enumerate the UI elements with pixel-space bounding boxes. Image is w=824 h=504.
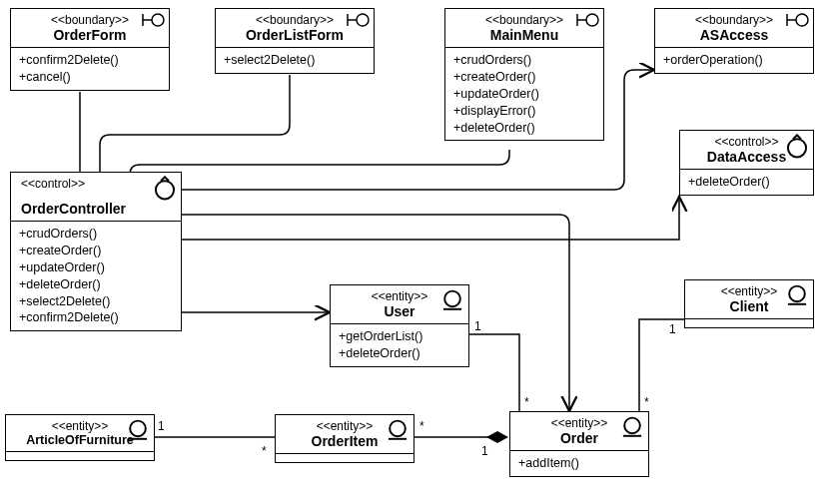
class-orderform: <<boundary>> OrderForm +confirm2Delete()… (10, 8, 170, 91)
svg-point-18 (130, 421, 146, 437)
boundary-icon (784, 12, 810, 28)
multiplicity: * (644, 395, 649, 409)
operation: +deleteOrder() (453, 120, 595, 137)
operation: +cancel() (19, 69, 161, 86)
svg-point-12 (788, 139, 806, 157)
svg-point-5 (357, 14, 369, 26)
svg-point-22 (624, 418, 640, 434)
class-user: <<entity>> User +getOrderList() +deleteO… (330, 284, 469, 367)
operation: +updateOrder() (453, 86, 595, 103)
class-order: <<entity>> Order +addItem() (509, 411, 649, 477)
multiplicity: 1 (481, 444, 488, 458)
operation: +confirm2Delete() (19, 309, 173, 326)
entity-icon (619, 415, 645, 431)
svg-point-13 (156, 181, 174, 199)
operation: +addItem() (518, 455, 640, 472)
boundary-icon (574, 12, 600, 28)
class-orderitem: <<entity>> OrderItem (275, 414, 414, 463)
boundary-icon (140, 12, 166, 28)
class-name: OrderController (21, 201, 173, 217)
operation: +select2Delete() (224, 52, 366, 69)
multiplicity: * (419, 419, 424, 433)
operation: +createOrder() (453, 69, 595, 86)
class-articleoffurniture: <<entity>> ArticleOfFurniture (5, 414, 155, 461)
stereotype: <<control>> (21, 177, 173, 191)
class-name: OrderListForm (224, 27, 366, 43)
operation: +crudOrders() (453, 52, 595, 69)
class-mainmenu: <<boundary>> MainMenu +crudOrders() +cre… (444, 8, 604, 141)
multiplicity: * (262, 444, 267, 458)
control-icon (152, 176, 178, 192)
entity-icon (385, 418, 411, 434)
multiplicity: 1 (669, 322, 676, 336)
svg-point-8 (586, 14, 598, 26)
operation: +deleteOrder() (19, 276, 173, 293)
uml-class-diagram: <<boundary>> OrderForm +confirm2Delete()… (0, 0, 824, 504)
multiplicity: 1 (158, 419, 165, 433)
svg-point-11 (796, 14, 808, 26)
operation: +confirm2Delete() (19, 52, 161, 69)
operation: +createOrder() (19, 243, 173, 259)
class-ordercontroller: <<control>> OrderController +crudOrders(… (10, 172, 182, 331)
operation: +select2Delete() (19, 293, 173, 310)
class-client: <<entity>> Client (684, 279, 814, 328)
entity-icon (439, 288, 465, 304)
multiplicity: 1 (474, 319, 481, 333)
boundary-icon (345, 12, 371, 28)
operation: +orderOperation() (663, 52, 805, 69)
operation: +deleteOrder() (688, 174, 805, 191)
class-name: MainMenu (453, 27, 595, 43)
operation: +deleteOrder() (339, 345, 460, 362)
operation: +crudOrders() (19, 226, 173, 243)
operation: +displayError() (453, 103, 595, 120)
entity-icon (125, 418, 151, 434)
svg-point-16 (789, 286, 805, 302)
entity-icon (784, 283, 810, 299)
multiplicity: * (524, 395, 529, 409)
class-asaccess: <<boundary>> ASAccess +orderOperation() (654, 8, 814, 74)
svg-point-14 (444, 291, 460, 307)
class-orderlistform: <<boundary>> OrderListForm +select2Delet… (215, 8, 375, 74)
control-icon (784, 134, 810, 150)
svg-point-20 (390, 421, 406, 437)
class-name: ASAccess (663, 27, 805, 43)
operation: +getOrderList() (339, 328, 460, 345)
svg-point-2 (152, 14, 164, 26)
class-dataaccess: <<control>> DataAccess +deleteOrder() (679, 130, 814, 196)
class-name: OrderForm (19, 27, 161, 43)
operation: +updateOrder() (19, 259, 173, 276)
